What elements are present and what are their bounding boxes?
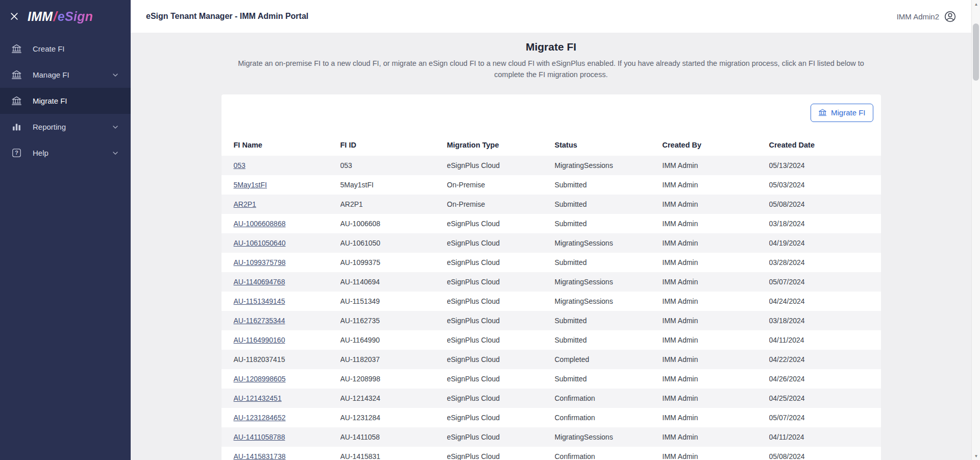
table-header: FI Name FI ID Migration Type Status Crea… (222, 134, 881, 156)
sidebar-item-migrate-fi[interactable]: Migrate FI (0, 88, 131, 114)
created-by-cell: IMM Admin (663, 369, 769, 389)
migration-type-cell: eSignPlus Cloud (447, 350, 555, 369)
table-row[interactable]: AU-1411058788 AU-1411058 eSignPlus Cloud… (222, 427, 881, 447)
fi-name-link[interactable]: AU-121432451 (234, 394, 282, 402)
migrate-fi-button[interactable]: Migrate FI (811, 104, 873, 122)
table-row[interactable]: AU-1231284652 AU-1231284 eSignPlus Cloud… (222, 408, 881, 427)
created-date-cell: 04/24/2024 (769, 292, 881, 311)
help-icon (11, 148, 22, 158)
fi-name-link[interactable]: AR2P1 (234, 200, 256, 208)
created-date-cell: 05/07/2024 (769, 272, 881, 292)
migration-type-cell: eSignPlus Cloud (447, 253, 555, 272)
fi-name-link[interactable]: AU-1162735344 (234, 317, 285, 325)
fi-name-cell: AU-1411058788 (222, 427, 340, 447)
fi-name-link[interactable]: 053 (234, 161, 246, 170)
column-header-status: Status (555, 134, 663, 156)
table-row[interactable]: AU-1208998605 AU-1208998 eSignPlus Cloud… (222, 369, 881, 389)
table-row[interactable]: 053 053 eSignPlus Cloud MigratingSession… (222, 156, 881, 175)
fi-id-cell: AU-1208998 (340, 369, 447, 389)
status-cell: Confirmation (555, 389, 663, 408)
logo-esign: eSign (58, 9, 93, 23)
user-name: IMM Admin2 (897, 12, 939, 21)
fi-name-link[interactable]: AU-1415831738 (234, 452, 286, 460)
status-cell: MigratingSessions (555, 272, 663, 292)
fi-name-cell: AU-1162735344 (222, 311, 340, 330)
status-cell: MigratingSessions (555, 292, 663, 311)
fi-id-cell: AR2P1 (340, 195, 447, 214)
fi-id-cell: AU-1061050 (340, 233, 447, 253)
created-date-cell: 04/19/2024 (769, 233, 881, 253)
table-row[interactable]: AU-1061050640 AU-1061050 eSignPlus Cloud… (222, 233, 881, 253)
created-date-cell: 05/08/2024 (769, 447, 881, 460)
sidebar-item-create-fi[interactable]: Create FI (0, 36, 131, 62)
table-row[interactable]: AU-121432451 AU-1214324 eSignPlus Cloud … (222, 389, 881, 408)
column-header-fi-id: FI ID (340, 134, 447, 156)
fi-name-link[interactable]: AU-1006608868 (234, 220, 286, 228)
created-date-cell: 05/07/2024 (769, 408, 881, 427)
column-header-created-date: Created Date (769, 134, 881, 156)
created-by-cell: IMM Admin (663, 175, 769, 195)
scrollbar-up-arrow[interactable]: ▲ (972, 0, 980, 8)
fi-name-cell: AU-1182037415 (222, 350, 340, 369)
created-date-cell: 04/11/2024 (769, 427, 881, 447)
sidebar: IMM/eSign Create FI Manage FI Migrate FI… (0, 0, 131, 460)
fi-name-cell: AU-1208998605 (222, 369, 340, 389)
scrollbar-down-arrow[interactable]: ▼ (972, 452, 980, 460)
fi-name-link[interactable]: 5May1stFI (234, 181, 267, 189)
table-row[interactable]: AU-1140694768 AU-1140694 eSignPlus Cloud… (222, 272, 881, 292)
created-date-cell: 04/26/2024 (769, 369, 881, 389)
fi-name-cell: AU-1415831738 (222, 447, 340, 460)
created-date-cell: 05/03/2024 (769, 175, 881, 195)
migration-type-cell: eSignPlus Cloud (447, 272, 555, 292)
migration-type-cell: eSignPlus Cloud (447, 292, 555, 311)
user-menu[interactable]: IMM Admin2 (897, 10, 957, 23)
card-toolbar: Migrate FI (222, 104, 881, 122)
created-date-cell: 04/11/2024 (769, 330, 881, 350)
sidebar-item-manage-fi[interactable]: Manage FI (0, 62, 131, 88)
fi-id-cell: 053 (340, 156, 447, 175)
fi-id-cell: AU-1006608 (340, 214, 447, 233)
fi-name-link[interactable]: AU-1151349145 (234, 297, 285, 305)
created-date-cell: 05/08/2024 (769, 195, 881, 214)
fi-name-link[interactable]: AU-1164990160 (234, 336, 285, 344)
chevron-down-icon (111, 149, 119, 157)
table-row[interactable]: AU-1164990160 AU-1164990 eSignPlus Cloud… (222, 330, 881, 350)
table-row[interactable]: 5May1stFI 5May1stFI On-Premise Submitted… (222, 175, 881, 195)
fi-name-link[interactable]: AU-1231284652 (234, 414, 286, 422)
table-row[interactable]: AU-1099375798 AU-1099375 eSignPlus Cloud… (222, 253, 881, 272)
created-date-cell: 05/13/2024 (769, 156, 881, 175)
close-icon[interactable] (9, 11, 19, 21)
table-row[interactable]: AU-1162735344 AU-1162735 eSignPlus Cloud… (222, 311, 881, 330)
created-by-cell: IMM Admin (663, 253, 769, 272)
chevron-down-icon (111, 71, 119, 79)
fi-name-link[interactable]: AU-1061050640 (234, 239, 286, 247)
sidebar-item-reporting[interactable]: Reporting (0, 114, 131, 140)
table-row[interactable]: AU-1006608868 AU-1006608 eSignPlus Cloud… (222, 214, 881, 233)
fi-id-cell: AU-1099375 (340, 253, 447, 272)
fi-name-cell: AU-1140694768 (222, 272, 340, 292)
migrate-fi-button-label: Migrate FI (831, 108, 866, 117)
fi-id-cell: AU-1415831 (340, 447, 447, 460)
fi-name-link[interactable]: AU-1411058788 (234, 433, 285, 441)
created-date-cell: 04/25/2024 (769, 389, 881, 408)
fi-name-link[interactable]: AU-1140694768 (234, 278, 285, 286)
fi-name-link[interactable]: AU-1208998605 (234, 375, 286, 383)
scrollbar-thumb[interactable] (973, 23, 979, 81)
fi-name-link[interactable]: AU-1099375798 (234, 258, 286, 267)
main-content: Migrate FI Migrate an on-premise FI to a… (131, 33, 980, 460)
migration-type-cell: On-Premise (447, 195, 555, 214)
content-column: eSign Tenant Manager - IMM Admin Portal … (131, 0, 980, 460)
fi-name-cell: AU-121432451 (222, 389, 340, 408)
table-row[interactable]: AU-1182037415 AU-1182037 eSignPlus Cloud… (222, 350, 881, 369)
vertical-scrollbar[interactable]: ▲ ▼ (971, 0, 980, 460)
fi-id-cell: AU-1411058 (340, 427, 447, 447)
migration-type-cell: eSignPlus Cloud (447, 214, 555, 233)
table-row[interactable]: AU-1415831738 AU-1415831 eSignPlus Cloud… (222, 447, 881, 460)
table-row[interactable]: AU-1151349145 AU-1151349 eSignPlus Cloud… (222, 292, 881, 311)
migration-type-cell: eSignPlus Cloud (447, 427, 555, 447)
table-row[interactable]: AR2P1 AR2P1 On-Premise Submitted IMM Adm… (222, 195, 881, 214)
bank-icon (818, 108, 827, 117)
status-cell: MigratingSessions (555, 233, 663, 253)
sidebar-item-help[interactable]: Help (0, 140, 131, 166)
migration-table: FI Name FI ID Migration Type Status Crea… (222, 134, 881, 460)
